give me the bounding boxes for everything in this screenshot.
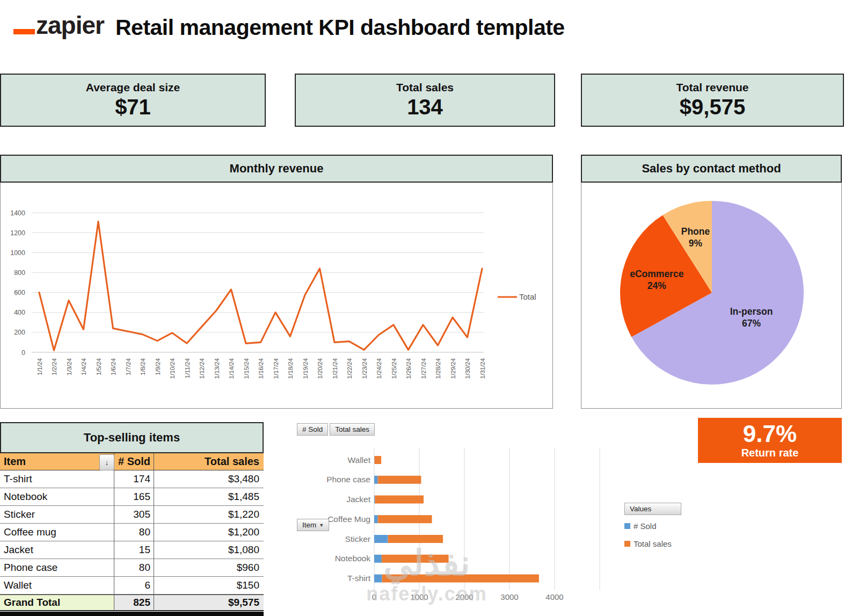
total-cell: $1,200 [154,524,264,541]
legend-label: # Sold [634,521,657,531]
svg-text:1/24/24: 1/24/24 [376,358,382,379]
sold-filter-button[interactable]: # Sold [297,423,328,436]
kpi-label: Total revenue [676,81,749,94]
sold-swatch-icon [624,523,630,529]
item-field-button[interactable]: Item ▼ [297,519,329,531]
total-cell: $150 [154,577,264,595]
svg-text:1/19/24: 1/19/24 [302,358,309,379]
svg-text:400: 400 [14,309,25,316]
svg-text:Phone case: Phone case [326,475,370,484]
item-cell: Jacket [0,541,114,559]
item-cell: Coffee mug [0,524,114,541]
svg-text:1/9/24: 1/9/24 [155,358,161,375]
svg-text:1/1/24: 1/1/24 [37,358,43,375]
return-rate-label: Return rate [741,447,799,459]
svg-text:1/20/24: 1/20/24 [317,358,323,379]
svg-text:1/5/24: 1/5/24 [96,358,102,375]
svg-text:1/13/24: 1/13/24 [214,358,220,379]
zapier-logo-underscore-icon [13,29,35,34]
sold-cell: 174 [114,470,154,488]
table-row: Jacket 15 $1,080 [0,541,264,559]
table-header-row: Item # Sold Total sales ↓ [0,453,264,470]
svg-text:1400: 1400 [10,209,25,217]
svg-text:1/27/24: 1/27/24 [420,358,427,379]
sales-by-contact-panel-header: Sales by contact method [581,155,842,183]
sold-cell: 6 [114,577,154,595]
monthly-revenue-line-chart: 02004006008001000120014001/1/241/2/241/3… [1,183,554,408]
legend-item-sold[interactable]: # Sold [624,521,700,531]
kpi-value: $9,575 [680,95,745,119]
total-cell: $960 [154,559,264,577]
svg-text:T-shirt: T-shirt [347,574,371,583]
column-header-sold: # Sold [114,453,154,470]
svg-text:Total: Total [519,292,536,301]
svg-text:3000: 3000 [500,592,518,601]
table-row: Wallet 6 $150 [0,577,264,595]
item-field-label: Item [302,521,316,529]
zapier-logo-text: zapier [36,13,104,38]
total-sales-filter-button[interactable]: Total sales [330,423,375,436]
svg-text:1/22/24: 1/22/24 [346,358,353,379]
item-cell: Notebook [0,488,114,506]
table-row: T-shirt 174 $3,480 [0,470,264,488]
svg-text:1/26/24: 1/26/24 [405,358,412,379]
table-row: Notebook 165 $1,485 [0,488,264,506]
column-header-total-sales: Total sales [154,453,264,470]
svg-text:1/12/24: 1/12/24 [199,358,205,379]
svg-text:200: 200 [14,329,25,336]
svg-text:1/14/24: 1/14/24 [228,358,235,379]
kpi-card-total-sales: Total sales 134 [295,74,555,127]
zapier-logo: zapier [13,13,104,38]
svg-text:Sticker: Sticker [345,534,370,543]
sales-by-contact-chart: In-person67%eCommerce24%Phone9% [581,183,842,409]
monthly-revenue-chart: 02004006008001000120014001/1/241/2/241/3… [0,183,553,409]
svg-text:Notebook: Notebook [335,554,371,563]
return-rate-value: 9.7% [743,422,797,446]
sold-cell: 80 [114,524,154,541]
legend-label: Total sales [634,539,672,548]
dropdown-arrow-icon: ▼ [319,523,324,528]
top-selling-items-title: Top-selling items [0,422,264,453]
items-stacked-bar-chart: 01000200030004000WalletPhone caseJacketC… [290,414,629,607]
table-row: Phone case 80 $960 [0,559,264,577]
kpi-label: Total sales [396,81,454,94]
svg-text:Coffee Mug: Coffee Mug [327,514,370,524]
total-cell: $3,480 [154,470,264,488]
svg-text:1000: 1000 [410,592,428,601]
kpi-card-average-deal-size: Average deal size $71 [0,74,266,127]
svg-text:1/15/24: 1/15/24 [243,358,250,379]
svg-text:1/23/24: 1/23/24 [361,358,368,379]
total-cell: $1,220 [154,506,264,524]
table-row: Sticker 305 $1,220 [0,506,264,524]
total-cell: $1,080 [154,541,264,559]
grand-total-row: Grand Total 825 $9,575 [0,595,264,611]
legend-item-total-sales[interactable]: Total sales [624,539,700,548]
svg-text:1/3/24: 1/3/24 [66,358,72,375]
sort-descending-icon: ↓ [105,458,109,467]
values-legend-button[interactable]: Values [624,503,681,515]
svg-text:2000: 2000 [455,592,473,601]
contact-method-pie-chart: In-person67%eCommerce24%Phone9% [581,183,841,408]
pivot-value-filter-buttons: # Sold Total sales [297,423,375,436]
svg-text:1/10/24: 1/10/24 [169,358,176,379]
svg-text:1/2/24: 1/2/24 [51,358,57,375]
monthly-revenue-panel-header: Monthly revenue [0,155,553,183]
svg-text:1/6/24: 1/6/24 [110,358,117,375]
svg-text:1/25/24: 1/25/24 [391,358,397,379]
table-row: Coffee mug 80 $1,200 [0,524,264,541]
svg-text:1200: 1200 [10,229,25,237]
svg-text:1/8/24: 1/8/24 [140,358,146,375]
sort-filter-button[interactable]: ↓ [99,454,114,470]
svg-text:1000: 1000 [10,249,25,257]
svg-text:800: 800 [14,269,25,277]
grand-total-label: Grand Total [0,595,114,611]
svg-text:Jacket: Jacket [346,495,370,504]
grand-total-sales: $9,575 [154,595,264,611]
item-cell: T-shirt [0,470,114,488]
svg-text:1/17/24: 1/17/24 [273,358,279,379]
svg-text:0: 0 [372,592,376,601]
page-title: Retail management KPI dashboard template [115,15,565,40]
sales-by-contact-title: Sales by contact method [642,162,781,176]
sold-cell: 165 [114,488,154,506]
svg-text:1/7/24: 1/7/24 [125,358,132,375]
